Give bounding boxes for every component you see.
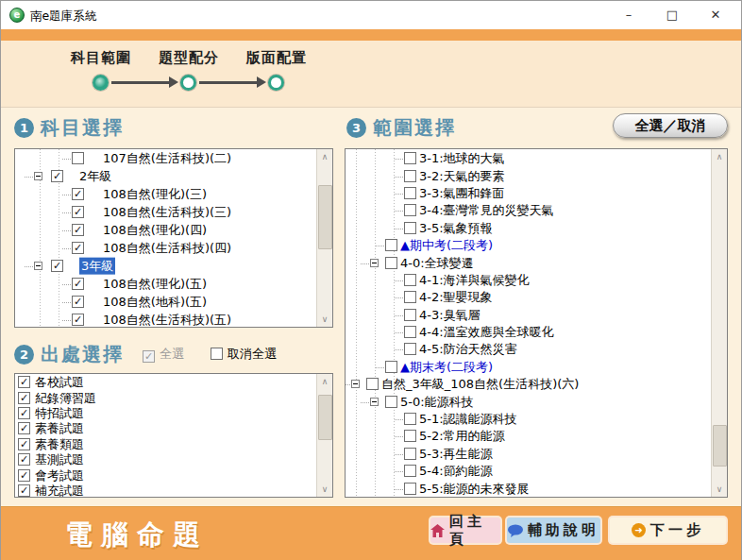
tree-row[interactable]: ✓108自然(生活科技)(四) <box>15 239 316 257</box>
tree-row-label[interactable]: 5-5:能源的未來發展 <box>419 480 530 497</box>
tree-row[interactable]: ▲期中考(二段考) <box>346 237 711 254</box>
select-all-checkbox[interactable]: ✓全選 <box>143 346 184 363</box>
checkbox[interactable] <box>404 413 416 425</box>
tree-row-label[interactable]: 108自然(理化)(五) <box>103 275 207 292</box>
tree-row[interactable]: 4-2:聖嬰現象 <box>346 289 711 306</box>
home-button[interactable]: 回主頁 <box>430 518 500 543</box>
checkbox[interactable]: ✓ <box>72 224 84 236</box>
checkbox[interactable]: ✓ <box>18 469 30 482</box>
tree-row-label[interactable]: 108自然(生活科技)(四) <box>103 239 231 256</box>
tree-row-label[interactable]: 4-4:溫室效應與全球暖化 <box>419 324 554 341</box>
list-item[interactable]: ✓基測試題 <box>15 452 316 467</box>
tree-row-label[interactable]: ▲期中考(二段考) <box>400 237 493 254</box>
scroll-down-icon[interactable]: ∨ <box>712 482 727 497</box>
checkbox[interactable] <box>404 326 416 338</box>
tree-row[interactable]: 5-1:認識能源科技 <box>346 411 711 428</box>
checkbox[interactable] <box>404 465 416 477</box>
checkbox[interactable]: ✓ <box>72 188 84 200</box>
checkbox[interactable] <box>366 378 379 390</box>
tree-collapse-icon[interactable] <box>370 259 379 267</box>
checkbox[interactable] <box>385 361 397 373</box>
tree-row[interactable]: ▲期末考(二段考) <box>346 359 711 376</box>
checkbox[interactable] <box>404 274 416 286</box>
scrollbar-thumb[interactable] <box>318 185 332 249</box>
tree-row[interactable]: 4-5:防治天然災害 <box>346 341 711 358</box>
checkbox[interactable]: ✓ <box>18 422 30 434</box>
checkbox[interactable] <box>404 430 416 442</box>
checkbox[interactable]: ✓ <box>18 484 30 497</box>
scrollbar-thumb[interactable] <box>318 395 332 440</box>
tree-row-label[interactable]: 108自然(生活科技)(五) <box>103 311 231 328</box>
scroll-down-icon[interactable]: ∨ <box>317 312 332 327</box>
tree-row-label[interactable]: 自然_3年級_108自然(生活科技)(六) <box>381 376 579 393</box>
list-item[interactable]: ✓素養類題 <box>15 437 316 452</box>
tree-row[interactable]: ✓108自然(地科)(五) <box>15 293 316 311</box>
list-item-label[interactable]: 素養類題 <box>35 435 84 452</box>
checkbox[interactable] <box>404 291 416 303</box>
tree-row[interactable]: 4-0:全球變遷 <box>346 254 711 271</box>
checkbox[interactable]: ✓ <box>72 278 84 290</box>
tree-row[interactable]: ✓108自然(理化)(五) <box>15 275 316 293</box>
tree-row-label[interactable]: 3-1:地球的大氣 <box>419 150 505 167</box>
tree-collapse-icon[interactable] <box>370 398 379 406</box>
tree-row[interactable]: 3-2:天氣的要素 <box>346 167 711 184</box>
tree-row[interactable]: ✓108自然(生活科技)(五) <box>15 311 316 328</box>
tree-row-label[interactable]: 4-2:聖嬰現象 <box>419 289 493 306</box>
tree-row[interactable]: ✓108自然(理化)(四) <box>15 221 316 239</box>
tree-row[interactable]: ✓108自然(理化)(三) <box>15 185 316 203</box>
checkbox[interactable] <box>404 343 416 355</box>
tree-row[interactable]: 5-2:常用的能源 <box>346 428 711 445</box>
tree-row-label[interactable]: 5-4:節約能源 <box>419 463 493 480</box>
tree-row[interactable]: 3-3:氣團和鋒面 <box>346 185 711 202</box>
tree-row-label[interactable]: 108自然(理化)(三) <box>103 185 207 202</box>
checkbox[interactable]: ✓ <box>72 296 84 308</box>
list-item-label[interactable]: 基測試題 <box>35 451 84 468</box>
checkbox[interactable] <box>385 396 397 408</box>
list-item-label[interactable]: 補充試題 <box>35 483 84 498</box>
checkbox[interactable]: ✓ <box>72 314 84 326</box>
help-button[interactable]: 輔助說明 <box>507 518 600 543</box>
list-item-label[interactable]: 會考試題 <box>35 467 84 484</box>
tree-row[interactable]: 3-1:地球的大氣 <box>346 150 711 167</box>
tree-row-label[interactable]: 3-3:氣團和鋒面 <box>419 185 505 202</box>
tree-row-label[interactable]: 4-5:防治天然災害 <box>419 341 517 358</box>
checkbox[interactable] <box>385 239 397 251</box>
list-item-label[interactable]: 素養試題 <box>35 420 84 437</box>
subject-scrollbar[interactable]: ∧ ∨ <box>316 149 332 327</box>
checkbox[interactable]: ✓ <box>18 407 30 419</box>
scrollbar-thumb[interactable] <box>713 425 727 467</box>
checkbox[interactable] <box>404 222 416 234</box>
tree-row-label[interactable]: 107自然(生活科技)(二) <box>103 149 231 166</box>
tree-row[interactable]: ✓2年級 <box>15 167 316 185</box>
list-item-label[interactable]: 特招試題 <box>35 405 84 422</box>
source-scrollbar[interactable]: ∧ ∨ <box>316 374 332 497</box>
tree-row[interactable]: 3-4:臺灣常見的災變天氣 <box>346 202 711 219</box>
minimize-button[interactable]: – <box>607 1 650 29</box>
checkbox[interactable]: ✓ <box>51 260 63 272</box>
checkbox[interactable]: ✓ <box>51 170 63 182</box>
range-scrollbar[interactable]: ∧ ∨ <box>711 149 727 497</box>
tree-row-label[interactable]: 3-5:氣象預報 <box>419 219 493 236</box>
checkbox[interactable]: ✓ <box>72 206 84 218</box>
tree-row-label[interactable]: 5-2:常用的能源 <box>419 428 505 445</box>
tree-row-label[interactable]: 108自然(理化)(四) <box>103 221 207 238</box>
scroll-up-icon[interactable]: ∧ <box>712 149 727 164</box>
tree-row-label[interactable]: 2年級 <box>79 167 111 184</box>
checkbox[interactable] <box>404 448 416 460</box>
checkbox[interactable]: ✓ <box>18 392 30 404</box>
tree-row[interactable]: 5-4:節約能源 <box>346 463 711 480</box>
tree-row[interactable]: 4-3:臭氧層 <box>346 307 711 324</box>
tree-row-label[interactable]: 5-1:認識能源科技 <box>419 411 517 428</box>
checkbox[interactable] <box>211 348 223 360</box>
tree-collapse-icon[interactable] <box>34 262 42 270</box>
list-item[interactable]: ✓會考試題 <box>15 467 316 483</box>
tree-row-label[interactable]: ▲期末考(二段考) <box>400 359 493 376</box>
select-all-toggle-button[interactable]: 全選／取消 <box>613 113 728 138</box>
tree-row[interactable]: 5-3:再生能源 <box>346 446 711 463</box>
list-item[interactable]: ✓補充試題 <box>15 484 316 498</box>
tree-row-label[interactable]: 5-0:能源科技 <box>400 393 474 410</box>
checkbox[interactable]: ✓ <box>18 438 30 450</box>
tree-row-label[interactable]: 4-1:海洋與氣候變化 <box>419 272 530 289</box>
list-item-label[interactable]: 各校試題 <box>35 374 84 391</box>
checkbox[interactable] <box>72 152 84 164</box>
